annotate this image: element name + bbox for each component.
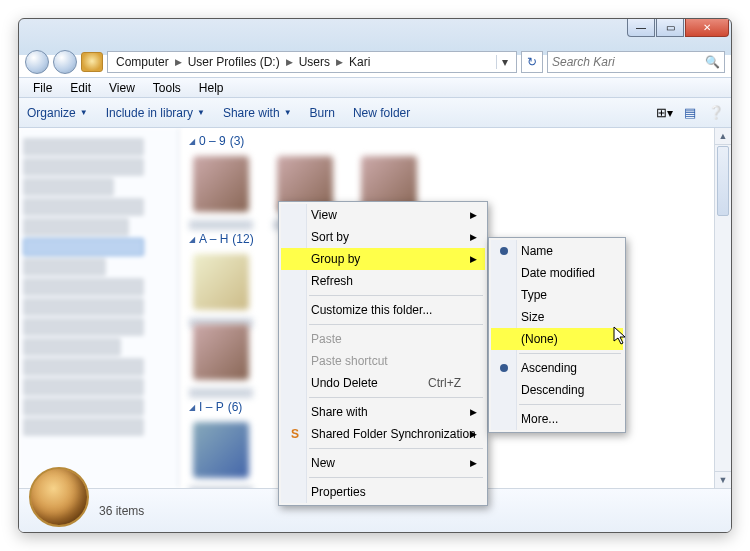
- groupby-type[interactable]: Type: [491, 284, 623, 306]
- forward-button[interactable]: [53, 50, 77, 74]
- include-in-library-button[interactable]: Include in library▼: [106, 106, 205, 120]
- refresh-button[interactable]: ↻: [521, 51, 543, 73]
- groupby-more[interactable]: More...: [491, 408, 623, 430]
- ctx-share-with[interactable]: Share with▶: [281, 401, 485, 423]
- breadcrumb-users[interactable]: Users: [295, 55, 334, 69]
- groupby-size[interactable]: Size: [491, 306, 623, 328]
- submenu-arrow-icon: ▶: [470, 429, 477, 439]
- back-button[interactable]: [25, 50, 49, 74]
- group-label: 0 – 9: [199, 134, 226, 148]
- group-label: I – P: [199, 400, 224, 414]
- help-button[interactable]: ❔: [707, 104, 725, 122]
- status-item-count: 36 items: [99, 504, 144, 518]
- ctx-paste-shortcut: Paste shortcut: [281, 350, 485, 372]
- search-icon[interactable]: 🔍: [705, 55, 720, 69]
- scroll-thumb[interactable]: [717, 146, 729, 216]
- search-box[interactable]: 🔍: [547, 51, 725, 73]
- chevron-right-icon[interactable]: ▶: [286, 57, 293, 67]
- collapse-icon[interactable]: ◢: [189, 137, 195, 146]
- breadcrumb-dropdown[interactable]: ▾: [496, 55, 512, 69]
- groupby-name[interactable]: Name: [491, 240, 623, 262]
- submenu-arrow-icon: ▶: [470, 232, 477, 242]
- groupby-ascending[interactable]: Ascending: [491, 357, 623, 379]
- groupby-date-modified[interactable]: Date modified: [491, 262, 623, 284]
- menu-view[interactable]: View: [101, 79, 143, 97]
- new-folder-button[interactable]: New folder: [353, 106, 410, 120]
- groupby-none[interactable]: (None): [491, 328, 623, 350]
- groupby-descending[interactable]: Descending: [491, 379, 623, 401]
- groupby-submenu: Name Date modified Type Size (None) Asce…: [488, 237, 626, 433]
- close-button[interactable]: ✕: [685, 19, 729, 37]
- vertical-scrollbar[interactable]: ▲ ▼: [714, 128, 731, 488]
- group-header-09[interactable]: ◢ 0 – 9 (3): [179, 128, 731, 150]
- group-count: (3): [230, 134, 245, 148]
- submenu-arrow-icon: ▶: [470, 210, 477, 220]
- shortcut-label: Ctrl+Z: [428, 376, 461, 390]
- submenu-arrow-icon: ▶: [470, 407, 477, 417]
- sync-icon: S: [287, 427, 303, 441]
- folder-icon: [81, 52, 103, 72]
- burn-button[interactable]: Burn: [310, 106, 335, 120]
- menu-bar: File Edit View Tools Help: [19, 77, 731, 98]
- address-row: Computer ▶ User Profiles (D:) ▶ Users ▶ …: [19, 47, 731, 77]
- file-thumb[interactable]: [193, 324, 249, 380]
- search-input[interactable]: [552, 55, 705, 69]
- preview-pane-button[interactable]: ▤: [681, 104, 699, 122]
- ctx-properties[interactable]: Properties: [281, 481, 485, 503]
- chevron-right-icon[interactable]: ▶: [336, 57, 343, 67]
- mouse-cursor-icon: [613, 326, 629, 346]
- folder-avatar-icon: [29, 467, 89, 527]
- ctx-sort-by[interactable]: Sort by▶: [281, 226, 485, 248]
- menu-tools[interactable]: Tools: [145, 79, 189, 97]
- share-with-button[interactable]: Share with▼: [223, 106, 292, 120]
- file-thumb[interactable]: [193, 422, 249, 478]
- menu-help[interactable]: Help: [191, 79, 232, 97]
- scroll-down-icon[interactable]: ▼: [715, 471, 731, 488]
- submenu-arrow-icon: ▶: [470, 458, 477, 468]
- organize-button[interactable]: Organize▼: [27, 106, 88, 120]
- breadcrumb-computer[interactable]: Computer: [112, 55, 173, 69]
- ctx-paste: Paste: [281, 328, 485, 350]
- collapse-icon[interactable]: ◢: [189, 235, 195, 244]
- titlebar: — ▭ ✕: [19, 19, 731, 47]
- ctx-customize-folder[interactable]: Customize this folder...: [281, 299, 485, 321]
- menu-file[interactable]: File: [25, 79, 60, 97]
- ctx-refresh[interactable]: Refresh: [281, 270, 485, 292]
- ctx-group-by[interactable]: Group by▶: [281, 248, 485, 270]
- nav-tree[interactable]: [19, 128, 179, 488]
- ctx-new[interactable]: New▶: [281, 452, 485, 474]
- radio-checked-icon: [500, 247, 508, 255]
- group-count: (6): [228, 400, 243, 414]
- context-menu: View▶ Sort by▶ Group by▶ Refresh Customi…: [278, 201, 488, 506]
- radio-checked-icon: [500, 364, 508, 372]
- file-thumb[interactable]: [193, 156, 249, 212]
- file-thumb[interactable]: [193, 254, 249, 310]
- ctx-undo-delete[interactable]: Undo DeleteCtrl+Z: [281, 372, 485, 394]
- scroll-up-icon[interactable]: ▲: [715, 128, 731, 145]
- minimize-button[interactable]: —: [627, 19, 655, 37]
- ctx-view[interactable]: View▶: [281, 204, 485, 226]
- group-count: (12): [232, 232, 253, 246]
- menu-edit[interactable]: Edit: [62, 79, 99, 97]
- view-options-button[interactable]: ⊞▾: [655, 104, 673, 122]
- maximize-button[interactable]: ▭: [656, 19, 684, 37]
- breadcrumb-kari[interactable]: Kari: [345, 55, 374, 69]
- breadcrumb[interactable]: Computer ▶ User Profiles (D:) ▶ Users ▶ …: [107, 51, 517, 73]
- group-label: A – H: [199, 232, 228, 246]
- submenu-arrow-icon: ▶: [470, 254, 477, 264]
- toolbar: Organize▼ Include in library▼ Share with…: [19, 98, 731, 128]
- collapse-icon[interactable]: ◢: [189, 403, 195, 412]
- breadcrumb-drive[interactable]: User Profiles (D:): [184, 55, 284, 69]
- chevron-right-icon[interactable]: ▶: [175, 57, 182, 67]
- ctx-shared-folder-sync[interactable]: SShared Folder Synchronization▶: [281, 423, 485, 445]
